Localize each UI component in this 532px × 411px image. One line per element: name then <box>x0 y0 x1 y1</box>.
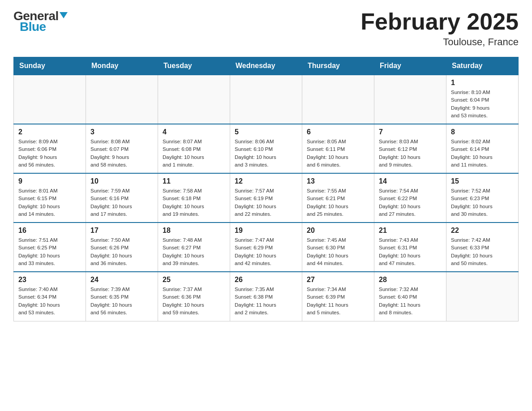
day-number: 2 <box>18 128 81 136</box>
day-info: Sunrise: 7:45 AMSunset: 6:30 PMDaylight:… <box>307 236 369 267</box>
day-of-week-header: Wednesday <box>230 57 302 75</box>
week-row: 23Sunrise: 7:40 AMSunset: 6:34 PMDayligh… <box>14 272 519 321</box>
calendar-cell: 5Sunrise: 8:06 AMSunset: 6:10 PMDaylight… <box>230 124 302 173</box>
calendar-table: SundayMondayTuesdayWednesdayThursdayFrid… <box>13 57 519 321</box>
calendar-cell: 12Sunrise: 7:57 AMSunset: 6:19 PMDayligh… <box>230 173 302 223</box>
day-info: Sunrise: 7:40 AMSunset: 6:34 PMDaylight:… <box>18 286 81 317</box>
calendar-cell: 21Sunrise: 7:43 AMSunset: 6:31 PMDayligh… <box>374 223 446 272</box>
calendar-cell: 20Sunrise: 7:45 AMSunset: 6:30 PMDayligh… <box>302 223 374 272</box>
day-info: Sunrise: 7:59 AMSunset: 6:16 PMDaylight:… <box>90 187 153 218</box>
day-of-week-header: Sunday <box>14 57 86 75</box>
page-header: General Blue February 2025 Toulouse, Fra… <box>13 9 519 48</box>
calendar-cell: 13Sunrise: 7:55 AMSunset: 6:21 PMDayligh… <box>302 173 374 223</box>
calendar-cell: 1Sunrise: 8:10 AMSunset: 6:04 PMDaylight… <box>446 75 519 124</box>
logo-blue-text: Blue <box>20 20 46 34</box>
day-info: Sunrise: 7:35 AMSunset: 6:38 PMDaylight:… <box>235 286 297 317</box>
day-of-week-header: Tuesday <box>158 57 230 75</box>
logo-triangle-icon <box>60 12 68 18</box>
day-number: 28 <box>379 276 442 284</box>
day-info: Sunrise: 7:47 AMSunset: 6:29 PMDaylight:… <box>235 236 297 267</box>
calendar-cell: 3Sunrise: 8:08 AMSunset: 6:07 PMDaylight… <box>86 124 158 173</box>
day-info: Sunrise: 7:58 AMSunset: 6:18 PMDaylight:… <box>163 187 225 218</box>
calendar-cell: 4Sunrise: 8:07 AMSunset: 6:08 PMDaylight… <box>158 124 230 173</box>
day-info: Sunrise: 7:32 AMSunset: 6:40 PMDaylight:… <box>379 286 442 317</box>
week-row: 2Sunrise: 8:09 AMSunset: 6:06 PMDaylight… <box>14 124 519 173</box>
calendar-cell: 19Sunrise: 7:47 AMSunset: 6:29 PMDayligh… <box>230 223 302 272</box>
week-row: 1Sunrise: 8:10 AMSunset: 6:04 PMDaylight… <box>14 75 519 124</box>
day-number: 25 <box>163 276 225 284</box>
calendar-title: February 2025 <box>360 9 519 34</box>
day-number: 5 <box>235 128 297 136</box>
day-of-week-header: Monday <box>86 57 158 75</box>
day-info: Sunrise: 7:42 AMSunset: 6:33 PMDaylight:… <box>451 236 514 267</box>
day-info: Sunrise: 8:09 AMSunset: 6:06 PMDaylight:… <box>18 138 81 169</box>
calendar-cell <box>302 75 374 124</box>
day-number: 16 <box>18 227 81 235</box>
calendar-cell <box>86 75 158 124</box>
calendar-cell <box>230 75 302 124</box>
logo: General Blue <box>13 9 68 38</box>
calendar-cell: 15Sunrise: 7:52 AMSunset: 6:23 PMDayligh… <box>446 173 519 223</box>
calendar-cell: 18Sunrise: 7:48 AMSunset: 6:27 PMDayligh… <box>158 223 230 272</box>
day-info: Sunrise: 8:05 AMSunset: 6:11 PMDaylight:… <box>307 138 369 169</box>
day-number: 6 <box>307 128 369 136</box>
day-number: 9 <box>18 177 81 185</box>
day-info: Sunrise: 8:10 AMSunset: 6:04 PMDaylight:… <box>451 89 514 120</box>
day-number: 12 <box>235 177 297 185</box>
calendar-cell <box>14 75 86 124</box>
day-info: Sunrise: 7:55 AMSunset: 6:21 PMDaylight:… <box>307 187 369 218</box>
day-info: Sunrise: 7:52 AMSunset: 6:23 PMDaylight:… <box>451 187 514 218</box>
calendar-cell: 26Sunrise: 7:35 AMSunset: 6:38 PMDayligh… <box>230 272 302 321</box>
day-info: Sunrise: 8:07 AMSunset: 6:08 PMDaylight:… <box>163 138 225 169</box>
calendar-subtitle: Toulouse, France <box>360 36 519 48</box>
calendar-cell: 22Sunrise: 7:42 AMSunset: 6:33 PMDayligh… <box>446 223 519 272</box>
day-number: 14 <box>379 177 442 185</box>
calendar-cell: 7Sunrise: 8:03 AMSunset: 6:12 PMDaylight… <box>374 124 446 173</box>
calendar-cell: 24Sunrise: 7:39 AMSunset: 6:35 PMDayligh… <box>86 272 158 321</box>
day-number: 27 <box>307 276 369 284</box>
calendar-cell <box>374 75 446 124</box>
day-number: 24 <box>90 276 153 284</box>
day-info: Sunrise: 8:02 AMSunset: 6:14 PMDaylight:… <box>451 138 514 169</box>
day-info: Sunrise: 8:01 AMSunset: 6:15 PMDaylight:… <box>18 187 81 218</box>
calendar-header-row: SundayMondayTuesdayWednesdayThursdayFrid… <box>14 57 519 75</box>
calendar-cell: 11Sunrise: 7:58 AMSunset: 6:18 PMDayligh… <box>158 173 230 223</box>
day-info: Sunrise: 7:39 AMSunset: 6:35 PMDaylight:… <box>90 286 153 317</box>
calendar-cell: 25Sunrise: 7:37 AMSunset: 6:36 PMDayligh… <box>158 272 230 321</box>
day-number: 22 <box>451 227 514 235</box>
calendar-cell: 14Sunrise: 7:54 AMSunset: 6:22 PMDayligh… <box>374 173 446 223</box>
title-block: February 2025 Toulouse, France <box>360 9 519 48</box>
day-number: 7 <box>379 128 442 136</box>
calendar-cell: 10Sunrise: 7:59 AMSunset: 6:16 PMDayligh… <box>86 173 158 223</box>
day-info: Sunrise: 7:50 AMSunset: 6:26 PMDaylight:… <box>90 236 153 267</box>
day-number: 26 <box>235 276 297 284</box>
week-row: 9Sunrise: 8:01 AMSunset: 6:15 PMDaylight… <box>14 173 519 223</box>
day-of-week-header: Saturday <box>446 57 519 75</box>
day-info: Sunrise: 7:37 AMSunset: 6:36 PMDaylight:… <box>163 286 225 317</box>
day-info: Sunrise: 7:34 AMSunset: 6:39 PMDaylight:… <box>307 286 369 317</box>
day-info: Sunrise: 8:06 AMSunset: 6:10 PMDaylight:… <box>235 138 297 169</box>
calendar-cell: 6Sunrise: 8:05 AMSunset: 6:11 PMDaylight… <box>302 124 374 173</box>
calendar-cell: 2Sunrise: 8:09 AMSunset: 6:06 PMDaylight… <box>14 124 86 173</box>
calendar-cell <box>158 75 230 124</box>
calendar-cell: 17Sunrise: 7:50 AMSunset: 6:26 PMDayligh… <box>86 223 158 272</box>
day-info: Sunrise: 7:54 AMSunset: 6:22 PMDaylight:… <box>379 187 442 218</box>
day-info: Sunrise: 8:03 AMSunset: 6:12 PMDaylight:… <box>379 138 442 169</box>
day-of-week-header: Thursday <box>302 57 374 75</box>
day-number: 10 <box>90 177 153 185</box>
day-number: 4 <box>163 128 225 136</box>
day-number: 21 <box>379 227 442 235</box>
calendar-cell: 27Sunrise: 7:34 AMSunset: 6:39 PMDayligh… <box>302 272 374 321</box>
day-number: 18 <box>163 227 225 235</box>
day-number: 13 <box>307 177 369 185</box>
calendar-cell: 23Sunrise: 7:40 AMSunset: 6:34 PMDayligh… <box>14 272 86 321</box>
day-number: 3 <box>90 128 153 136</box>
day-number: 1 <box>451 79 514 87</box>
calendar-cell: 28Sunrise: 7:32 AMSunset: 6:40 PMDayligh… <box>374 272 446 321</box>
day-info: Sunrise: 7:51 AMSunset: 6:25 PMDaylight:… <box>18 236 81 267</box>
day-info: Sunrise: 7:43 AMSunset: 6:31 PMDaylight:… <box>379 236 442 267</box>
calendar-cell: 8Sunrise: 8:02 AMSunset: 6:14 PMDaylight… <box>446 124 519 173</box>
day-info: Sunrise: 7:48 AMSunset: 6:27 PMDaylight:… <box>163 236 225 267</box>
day-number: 23 <box>18 276 81 284</box>
calendar-cell <box>446 272 519 321</box>
